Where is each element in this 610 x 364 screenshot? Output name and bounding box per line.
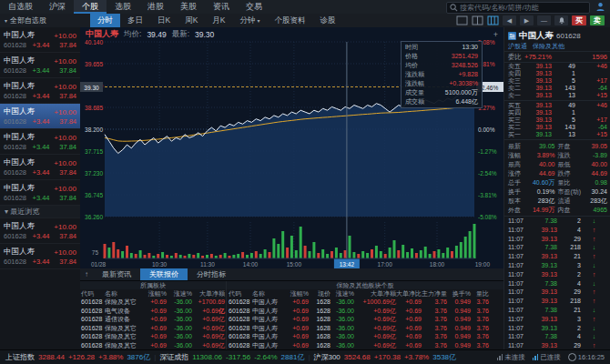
table-row[interactable]: 601628保险及其它+0.69-36.00+0.69亿 [80,332,226,341]
table-row[interactable]: 601628中国人寿+0.691628-36.00+0.69亿+0.693.76… [227,341,503,350]
tick-volume: 29 [557,288,581,297]
orderbook-ask-row[interactable]: 卖二39.13143-64 [504,85,610,92]
chart-tab-周K[interactable]: 周K [178,14,205,27]
table-cell: 1628 [309,298,330,307]
sidebar-item[interactable]: 中国人寿+10.00601628+3.4437.84 [0,180,80,206]
chart-tab-日K[interactable]: 日K [150,14,178,27]
chart-tab-分时[interactable]: 分时 [90,14,120,27]
status-index[interactable]: 沪深3003524.68+170.38+3.78%3538亿 [313,352,456,362]
search-icon [450,4,458,12]
top-tab-自选股[interactable]: 自选股 [0,0,41,14]
sidebar-item[interactable]: 中国人寿+10.00601628+3.4437.84 [0,155,80,180]
chart-tab-诊股[interactable]: 诊股 [313,14,343,27]
bottom-tab-关联报价[interactable]: 关联报价 [140,268,188,280]
tick-row[interactable]: 11:0739.132↑ [504,270,610,279]
detail-row: 股本283亿流通283亿 [504,197,610,206]
pin-icon[interactable]: ↑ [80,270,93,278]
tick-row[interactable]: 11:077.38218↓ [504,243,610,252]
status-index[interactable]: 深证成指11308.06-317.56-2.64%2881亿 [159,352,304,362]
tick-volume: 3 [557,261,581,270]
table-row[interactable]: 601628通信设备+0.69-36.00+0.69亿 [80,315,226,324]
chart-tab-个股资料[interactable]: 个股资料 [268,14,313,27]
orderbook-ask-row[interactable]: 卖一39.1313+15 [504,92,610,99]
tick-row[interactable]: 11:0739.133↑ [504,315,610,324]
stock-tag[interactable]: 沪股通 [508,42,527,51]
tick-row[interactable]: 11:0739.134↑ [504,226,610,235]
bottom-tab-分时指标[interactable]: 分时指标 [188,268,235,280]
recent-viewed-header[interactable]: ▾ 最近浏览 [0,206,80,218]
table-row[interactable]: 601628保险及其它+0.69-36.00+0.69亿 [80,324,226,333]
bottom-tab-最新资讯[interactable]: 最新资讯 [93,268,140,280]
tick-row[interactable]: 11:077.382↓ [504,217,610,226]
orderbook-ask-row[interactable]: 卖五39.1349+46 [504,63,610,70]
forward-icon[interactable]: ▶ [520,15,534,25]
table-row[interactable]: 601628保险及其它+0.69-36.00+0.69亿 [80,341,226,350]
detail-label: 涨停 [508,169,521,178]
orderbook-ask-row[interactable]: 卖三39.135+17 [504,77,610,85]
sidebar-item[interactable]: 中国人寿+10.00601628+3.4437.84 [0,27,80,53]
chart-tab-分钟[interactable]: 分钟▾ [233,14,268,27]
orderbook-bid-row[interactable]: 买一39.1313+15 [504,131,610,138]
column-header: 涨速% [167,289,192,298]
tick-row[interactable]: 11:0739.1329↑ [504,235,610,244]
table-row[interactable]: 601628中国人寿+0.691628-36.00+0.69亿+0.693.76… [227,307,503,316]
table-row[interactable]: 601628电气设备+0.69-36.00+0.69亿 [80,307,226,316]
tick-row[interactable]: 11:077.384↓ [504,332,610,341]
table-cell: +0.69 [396,332,422,341]
top-tab-资讯[interactable]: 资讯 [205,0,238,14]
chart-tab-月K[interactable]: 月K [205,14,232,27]
tick-row[interactable]: 11:077.384↓ [504,279,610,288]
orderbook-bid-row[interactable]: 买四39.131 [504,109,610,116]
top-tab-个股[interactable]: 个股 [74,0,107,14]
tick-volume: 2 [557,324,581,333]
top-tab-美股[interactable]: 美股 [172,0,205,14]
top-tab-选股[interactable]: 选股 [107,0,139,14]
plus-icon[interactable]: + [493,30,498,39]
tick-row[interactable]: 11:0739.1321↑ [504,252,610,261]
table-row[interactable]: 601628中国人寿+0.691628-36.00+0.69亿+0.693.76… [227,315,503,324]
status-index[interactable]: 上证指数3288.44+126.28+3.88%3876亿 [5,352,150,362]
top-tab-沪深[interactable]: 沪深 [41,0,74,14]
orderbook-bid-row[interactable]: 买二39.13143-64 [504,124,610,131]
search-input[interactable] [458,3,586,13]
buy-button[interactable]: 买 [572,15,586,25]
top-tab-交易[interactable]: 交易 [238,0,270,14]
intraday-chart-area[interactable]: 40.14039.65539.17038.68538.20037.71537.2… [80,27,503,268]
sidebar-item[interactable]: 中国人寿+10.00601628+3.4437.84 [0,78,80,104]
watchlist-dropdown[interactable]: ▾ 全部自选股 [0,15,85,25]
pane-split-icon[interactable] [472,15,483,25]
sidebar-item[interactable]: 中国人寿+10.00601628+3.4437.84 [0,244,80,269]
search-box[interactable] [446,2,590,14]
stock-tag[interactable]: 保险及其他 [533,42,564,51]
back-icon[interactable]: ◀ [503,15,516,25]
table-cell: +0.69 [143,315,167,324]
tick-row[interactable]: 11:0739.1329↑ [504,288,610,297]
sidebar-item[interactable]: 中国人寿+10.00601628+3.4437.84 [0,218,80,244]
user-icon[interactable] [595,2,605,12]
sidebar-item[interactable]: 中国人寿+10.00601628+3.4437.84 [0,129,80,155]
orderbook-ask-row[interactable]: 卖四39.131 [504,70,610,77]
tick-row[interactable]: 11:0739.133↓ [504,261,610,270]
tick-row[interactable]: 11:0739.13218↑ [504,297,610,306]
orderbook-bid-row[interactable]: 买五39.1349+46 [504,102,610,109]
speed-value: +3.44 [26,117,50,126]
tick-row[interactable]: 11:077.3821↓ [504,306,610,315]
top-menu-bar: 自选股沪深个股选股港股美股资讯交易 [0,0,610,15]
top-tab-港股[interactable]: 港股 [139,0,172,14]
level-delta: +46 [575,63,607,70]
minimize-icon[interactable]: — [537,15,551,25]
table-row[interactable]: 601628保险及其它+0.69-36.00+1700.69亿 [80,298,226,307]
tick-row[interactable]: 11:0739.132↓ [504,324,610,333]
sidebar-item[interactable]: 中国人寿+10.00601628+3.4437.84 [0,104,80,129]
chart-tab-多日[interactable]: 多日 [120,14,150,27]
sidebar-item[interactable]: 中国人寿+10.00601628+3.4437.84 [0,53,80,78]
table-row[interactable]: 601628中国人寿+0.691628-36.00+0.69亿+0.693.76… [227,324,503,333]
table-row[interactable]: 601628中国人寿+0.691628-36.00+0.69亿+0.693.76… [227,332,503,341]
table-row[interactable]: 601628中国人寿+0.691628-36.00+1000.69亿+0.693… [227,298,503,307]
pane-single-icon[interactable] [456,15,468,25]
sell-button[interactable]: 卖 [590,15,605,25]
pane-grid-icon[interactable] [487,15,499,25]
orderbook-bid-row[interactable]: 买三39.135+17 [504,116,610,124]
bell-icon[interactable] [554,15,568,25]
detail-value: -3.89 [571,151,608,160]
